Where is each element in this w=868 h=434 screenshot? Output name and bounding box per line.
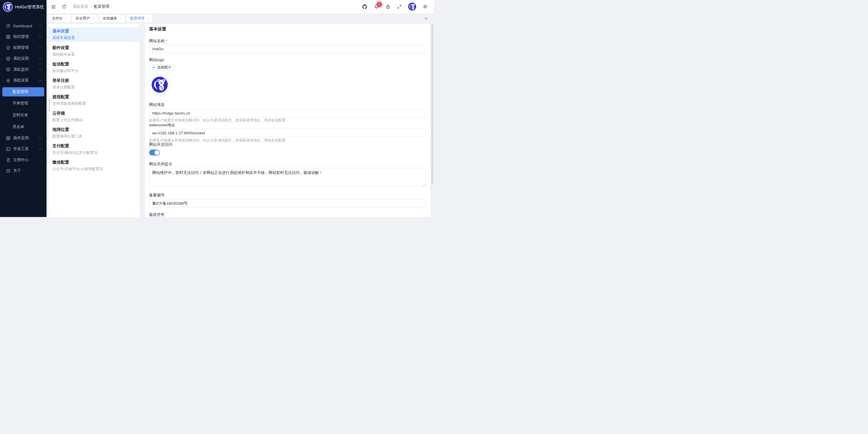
sidebar-item-docs[interactable]: 文档中心 [0,155,46,165]
tabbar: 主控台 后台用户 在线服务 配置管理 [46,13,434,24]
websocket-helper: 如果客户端通过本地或内网访问，则认为是调试模式，走实际请求地址，否则走该配置 [149,139,426,142]
refresh-icon[interactable] [62,4,67,9]
grid-icon [6,34,11,39]
chevron-down-icon [38,158,42,162]
settings-nav-item-geo[interactable]: 地理位置 配置地理位置工具 [49,128,140,138]
icp-label: 备案编号 [149,193,426,198]
breadcrumb-separator: / [91,5,92,9]
notification-badge: 1 [377,2,382,7]
close-icon[interactable] [65,17,68,20]
tab-config-management[interactable]: 配置管理 [127,15,152,22]
monitor-board-icon [6,67,11,72]
sidebar-item-org[interactable]: 组织管理 [0,31,46,42]
settings-nav-item-cloud-storage[interactable]: 云存储 配置上传文件驱动 [49,111,140,122]
required-asterisk: * [166,39,167,43]
close-icon[interactable] [120,17,122,20]
site-domain-helper: 如果客户端通过本地或内网访问，则认为是调试模式，走实际请求地址，否则走该配置 [149,119,426,122]
sidebar-item-settings[interactable]: 系统设置 [0,75,46,86]
chevron-down-icon [38,57,42,61]
about-icon [6,168,11,173]
settings-nav-list: 基本设置 系统常规设置 邮件设置 系统邮件设置 短信配置 短信验证码平台 登录注… [49,24,140,171]
dashboard-icon [6,24,11,28]
choose-image-button[interactable]: 选择图片 [149,64,175,71]
grid-icon [6,136,11,141]
settings-nav-item-sms[interactable]: 短信配置 短信验证码平台 [49,62,140,73]
tab-options-chevron-icon[interactable] [424,16,428,21]
chevron-down-icon [38,24,42,28]
settings-nav-item-withdraw[interactable]: 提现配置 管理员提现规则配置 [49,95,140,106]
breadcrumb-current[interactable]: 配置管理 [94,4,110,9]
shield-check-icon [6,45,11,50]
copyright-label: 版权所有 [149,212,426,217]
sidebar-item-cron[interactable]: 定时任务 [0,109,46,121]
cube-icon [6,56,11,61]
site-open-label: 网站开启访问 [149,142,426,147]
github-icon[interactable] [362,4,367,9]
app-logo-row[interactable]: HotGo管理系统 [0,0,46,11]
breadcrumb-parent[interactable]: 系统设置 [73,4,88,9]
settings-gear-icon[interactable] [423,4,428,9]
user-avatar[interactable] [408,3,416,11]
websocket-input[interactable] [149,129,426,137]
lock-icon[interactable] [385,4,391,9]
sidebar-item-permission[interactable]: 权限管理 [0,42,46,53]
settings-nav-scrollbar[interactable] [49,98,50,112]
settings-nav-item-basic[interactable]: 基本设置 系统常规设置 [49,27,140,42]
breadcrumb: 系统设置 / 配置管理 [73,4,110,9]
sidebar-item-about[interactable]: 关于 [0,165,46,176]
sidebar-menu: Dashboard 组织管理 权限管理 系统应用 系统监控 系统设置 [0,21,46,176]
close-icon[interactable] [147,17,150,20]
form-heading: 基本设置 [149,27,426,31]
toggle-knob [155,150,159,155]
site-open-toggle[interactable] [149,149,160,156]
plus-icon [152,66,156,69]
icp-input[interactable] [149,199,426,207]
sidebar-item-dashboard[interactable]: Dashboard [0,21,46,31]
document-icon [6,158,11,163]
sidebar-item-apps[interactable]: 系统应用 [0,53,46,64]
chevron-up-icon [38,79,42,82]
content: 基本设置 系统常规设置 邮件设置 系统邮件设置 短信配置 短信验证码平台 登录注… [46,24,434,217]
tab-console[interactable]: 主控台 [49,15,71,22]
settings-nav-item-wechat[interactable]: 微信配置 公众号/开放平台/小程序配置等 [49,160,140,171]
page-scrollbar[interactable] [431,24,433,184]
site-logo-preview[interactable] [149,74,170,95]
sidebar-item-blacklist[interactable]: 黑名单 [0,121,46,133]
koala-logo-image [152,77,168,93]
settings-nav-item-mail[interactable]: 邮件设置 系统邮件设置 [49,46,140,57]
site-name-label: 网站名称* [149,39,426,43]
sidebar-item-devtools[interactable]: 开发工具 [0,143,46,155]
site-logo-label: 网站logo [149,58,426,62]
notifications-button[interactable]: 1 [374,4,379,9]
app-logo-koala-icon [3,3,12,11]
sidebar-item-plugins[interactable]: 插件应用 [0,133,46,143]
site-domain-label: 网站域名 [149,102,426,107]
settings-nav-item-pay[interactable]: 支付配置 支付宝/微信/QQ支付配置等 [49,144,140,155]
close-icon[interactable] [92,17,95,20]
site-name-input[interactable] [149,45,426,53]
basic-settings-form: 基本设置 网站名称* 网站logo 选择图片 网站域名 如果客户端通过本地或内网… [145,24,430,217]
menu-collapse-icon[interactable] [51,4,56,9]
websocket-label: websocket地址 [149,123,426,128]
chevron-down-icon [38,136,42,140]
chevron-down-icon [38,35,42,39]
close-tip-label: 网站关闭提示 [149,162,426,166]
chevron-down-icon [38,68,42,71]
site-domain-input[interactable] [149,109,426,118]
tab-online-service[interactable]: 在线服务 [99,15,125,22]
chevron-down-icon [38,147,42,151]
topbar-actions: 1 [362,3,428,11]
sidebar-item-monitor[interactable]: 系统监控 [0,64,46,75]
sidebar-item-dictionary[interactable]: 字典管理 [0,97,46,109]
gear-icon [6,78,11,83]
sidebar: HotGo管理系统 Dashboard 组织管理 权限管理 系统应用 系统监控 [0,0,46,217]
chevron-down-icon [38,46,42,49]
terminal-icon [6,147,11,152]
topbar: 系统设置 / 配置管理 1 [46,0,434,13]
tab-admin-users[interactable]: 后台用户 [72,15,98,22]
settings-nav-item-login[interactable]: 登录注册 登录注册配置 [49,78,140,89]
fullscreen-icon[interactable] [397,4,402,9]
settings-nav-panel: 基本设置 系统常规设置 邮件设置 系统邮件设置 短信配置 短信验证码平台 登录注… [49,24,140,217]
close-tip-textarea[interactable]: 网站维护中，暂时无法访问！本网站正在进行系统维护和技术升级，网站暂时无法访问，敬… [149,168,426,187]
sidebar-item-config-management[interactable]: 配置管理 [2,87,44,96]
